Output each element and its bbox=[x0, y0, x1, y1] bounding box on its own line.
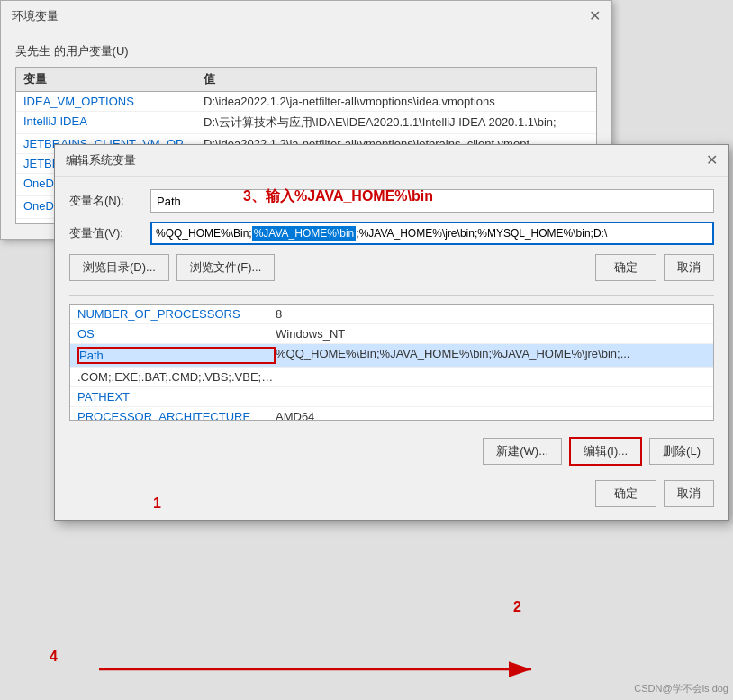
sys-var-proc-arch[interactable]: PROCESSOR_ARCHITECTURE AMD64 bbox=[70, 407, 713, 421]
var-name-input[interactable] bbox=[150, 189, 714, 213]
sys-var-name-4: PROCESSOR_ARCHITECTURE bbox=[77, 410, 276, 421]
sys-var-path-value: %QQ_HOME%\Bin;%JAVA_HOME%\bin;%JAVA_HOME… bbox=[276, 347, 706, 364]
watermark-label: CSDN@学不会is dog bbox=[634, 682, 728, 695]
var-name-1: IntelliJ IDEA bbox=[23, 114, 204, 131]
var-value-1: D:\云计算技术与应用\IDAE\IDEA2020.1.1\IntelliJ I… bbox=[204, 114, 589, 131]
user-vars-label: 吴先生 的用户变量(U) bbox=[15, 43, 597, 59]
value-prefix: %QQ_HOME%\Bin; bbox=[156, 227, 252, 240]
edit-confirm-button[interactable]: 确定 bbox=[595, 254, 656, 281]
var-value-label: 变量值(V): bbox=[69, 225, 150, 241]
value-java-home-highlight: %JAVA_HOME%\bin bbox=[252, 226, 357, 241]
divider bbox=[69, 295, 714, 296]
user-var-row-1[interactable]: IntelliJ IDEA D:\云计算技术与应用\IDAE\IDEA2020.… bbox=[16, 112, 596, 134]
sys-var-value-1: Windows_NT bbox=[276, 327, 706, 341]
header-var-value: 值 bbox=[204, 71, 589, 87]
var-name-0: IDEA_VM_OPTIONS bbox=[23, 95, 204, 108]
browse-dir-button[interactable]: 浏览目录(D)... bbox=[69, 254, 169, 281]
sys-var-value-0: 8 bbox=[276, 307, 706, 321]
var-name-label: 变量名(N): bbox=[69, 193, 150, 209]
delete-sys-var-button[interactable]: 删除(L) bbox=[649, 438, 714, 465]
env-dialog-title: 环境变量 bbox=[12, 8, 59, 24]
annotation-2-label: 2 bbox=[513, 599, 521, 615]
var-name-row: 变量名(N): bbox=[55, 189, 728, 213]
var-value-row: 变量值(V): %QQ_HOME%\Bin;%JAVA_HOME%\bin;%J… bbox=[55, 222, 728, 245]
sys-var-name-pathext: PATHEXT bbox=[77, 390, 276, 404]
sys-var-name-3: .COM;.EXE;.BAT;.CMD;.VBS;.VBE;.JS;.JSE;.… bbox=[77, 370, 276, 384]
user-vars-header: 变量 值 bbox=[16, 68, 596, 92]
sys-var-num-processors[interactable]: NUMBER_OF_PROCESSORS 8 bbox=[70, 305, 713, 324]
header-var-name: 变量 bbox=[23, 71, 204, 87]
browse-file-button[interactable]: 浏览文件(F)... bbox=[176, 254, 275, 281]
env-dialog-close-button[interactable]: ✕ bbox=[589, 9, 601, 23]
sys-var-path[interactable]: Path %QQ_HOME%\Bin;%JAVA_HOME%\bin;%JAVA… bbox=[70, 344, 713, 368]
edit-sys-var-button[interactable]: 编辑(I)... bbox=[569, 437, 642, 466]
edit-sys-var-dialog: 编辑系统变量 ✕ 变量名(N): 变量值(V): %QQ_HOME%\Bin;%… bbox=[54, 144, 729, 521]
sys-var-action-buttons: 新建(W)... 编辑(I)... 删除(L) bbox=[55, 430, 728, 477]
sys-var-value-3 bbox=[276, 370, 706, 384]
edit-cancel-button[interactable]: 取消 bbox=[664, 254, 714, 281]
final-confirm-button[interactable]: 确定 bbox=[595, 480, 656, 507]
annotation-4-arrow bbox=[90, 656, 558, 683]
env-dialog-titlebar: 环境变量 ✕ bbox=[1, 1, 611, 32]
value-suffix: ;%JAVA_HOME%\jre\bin;%MYSQL_HOME%\bin;D:… bbox=[356, 227, 607, 240]
sys-vars-table: NUMBER_OF_PROCESSORS 8 OS Windows_NT Pat… bbox=[69, 304, 714, 421]
sys-var-os[interactable]: OS Windows_NT bbox=[70, 324, 713, 344]
var-value-input[interactable]: %QQ_HOME%\Bin;%JAVA_HOME%\bin;%JAVA_HOME… bbox=[150, 222, 714, 245]
sys-var-path-name: Path bbox=[77, 347, 276, 364]
final-cancel-button[interactable]: 取消 bbox=[664, 480, 714, 507]
sys-var-name-0: NUMBER_OF_PROCESSORS bbox=[77, 307, 276, 321]
sys-var-pathext[interactable]: .COM;.EXE;.BAT;.CMD;.VBS;.VBE;.JS;.JSE;.… bbox=[70, 368, 713, 387]
new-sys-var-button[interactable]: 新建(W)... bbox=[483, 438, 562, 465]
sys-var-pathext-full[interactable]: PATHEXT bbox=[70, 387, 713, 407]
edit-dialog-title: 编辑系统变量 bbox=[66, 152, 136, 168]
final-buttons-row: 确定 取消 bbox=[55, 477, 728, 520]
edit-dialog-titlebar: 编辑系统变量 ✕ bbox=[55, 145, 728, 177]
annotation-4-label: 4 bbox=[50, 649, 58, 665]
user-var-row-0[interactable]: IDEA_VM_OPTIONS D:\idea2022.1.2\ja-netfi… bbox=[16, 92, 596, 112]
sys-var-value-4: AMD64 bbox=[276, 410, 706, 421]
edit-dialog-close-button[interactable]: ✕ bbox=[706, 153, 718, 168]
browse-buttons-row: 浏览目录(D)... 浏览文件(F)... 确定 取消 bbox=[55, 254, 728, 288]
sys-var-name-1: OS bbox=[77, 327, 276, 341]
sys-var-value-pathext bbox=[276, 390, 706, 404]
var-value-0: D:\idea2022.1.2\ja-netfilter-all\vmoptio… bbox=[204, 95, 589, 108]
